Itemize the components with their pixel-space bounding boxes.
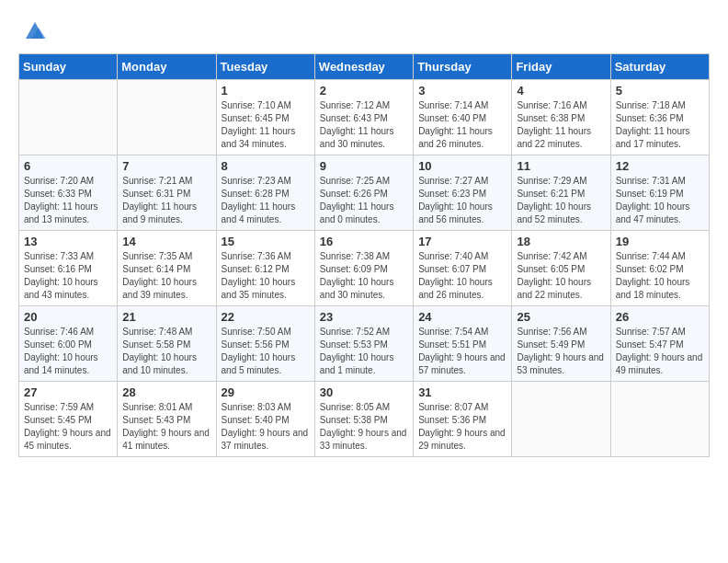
day-number: 31	[418, 385, 506, 399]
day-info: Sunrise: 7:10 AMSunset: 6:45 PMDaylight:…	[222, 99, 310, 151]
calendar-cell: 1Sunrise: 7:10 AMSunset: 6:45 PMDaylight…	[216, 80, 314, 155]
day-number: 5	[616, 84, 704, 98]
day-info: Sunrise: 8:07 AMSunset: 5:36 PMDaylight:…	[418, 401, 506, 453]
day-info: Sunrise: 7:50 AMSunset: 5:56 PMDaylight:…	[222, 326, 310, 377]
day-info: Sunrise: 7:35 AMSunset: 6:14 PMDaylight:…	[122, 250, 210, 302]
calendar-cell: 20Sunrise: 7:46 AMSunset: 6:00 PMDayligh…	[19, 306, 118, 382]
calendar-cell	[19, 80, 118, 155]
day-info: Sunrise: 7:20 AMSunset: 6:33 PMDaylight:…	[24, 175, 112, 226]
calendar-cell: 7Sunrise: 7:21 AMSunset: 6:31 PMDaylight…	[118, 155, 216, 231]
day-number: 18	[517, 235, 605, 248]
day-info: Sunrise: 7:27 AMSunset: 6:23 PMDaylight:…	[418, 175, 506, 226]
calendar-cell: 5Sunrise: 7:18 AMSunset: 6:36 PMDaylight…	[610, 80, 709, 155]
calendar-cell: 16Sunrise: 7:38 AMSunset: 6:09 PMDayligh…	[314, 231, 413, 306]
calendar-cell: 6Sunrise: 7:20 AMSunset: 6:33 PMDaylight…	[19, 155, 118, 231]
calendar-cell: 9Sunrise: 7:25 AMSunset: 6:26 PMDaylight…	[314, 155, 413, 231]
day-number: 28	[122, 385, 210, 399]
weekday-header: Saturday	[610, 54, 709, 80]
day-info: Sunrise: 7:36 AMSunset: 6:12 PMDaylight:…	[222, 250, 310, 302]
weekday-header: Sunday	[19, 54, 118, 80]
day-number: 8	[222, 159, 310, 173]
page-header	[18, 18, 710, 44]
day-info: Sunrise: 8:05 AMSunset: 5:38 PMDaylight:…	[320, 401, 408, 453]
calendar-week-row: 6Sunrise: 7:20 AMSunset: 6:33 PMDaylight…	[19, 155, 710, 231]
day-number: 2	[320, 84, 408, 98]
day-number: 7	[122, 159, 210, 173]
calendar-cell: 22Sunrise: 7:50 AMSunset: 5:56 PMDayligh…	[216, 306, 314, 382]
calendar-cell: 13Sunrise: 7:33 AMSunset: 6:16 PMDayligh…	[19, 231, 118, 306]
calendar-header-row: SundayMondayTuesdayWednesdayThursdayFrid…	[19, 54, 710, 80]
day-number: 19	[616, 235, 704, 248]
day-number: 23	[320, 310, 408, 324]
calendar-cell: 17Sunrise: 7:40 AMSunset: 6:07 PMDayligh…	[414, 231, 512, 306]
calendar-cell: 8Sunrise: 7:23 AMSunset: 6:28 PMDaylight…	[216, 155, 314, 231]
day-info: Sunrise: 7:18 AMSunset: 6:36 PMDaylight:…	[616, 99, 704, 151]
day-number: 12	[616, 159, 704, 173]
day-info: Sunrise: 7:12 AMSunset: 6:43 PMDaylight:…	[320, 99, 408, 151]
day-number: 24	[418, 310, 506, 324]
day-number: 25	[517, 310, 605, 324]
calendar-cell: 4Sunrise: 7:16 AMSunset: 6:38 PMDaylight…	[512, 80, 610, 155]
day-number: 11	[517, 159, 605, 173]
day-info: Sunrise: 7:48 AMSunset: 5:58 PMDaylight:…	[122, 326, 210, 377]
calendar-cell: 18Sunrise: 7:42 AMSunset: 6:05 PMDayligh…	[512, 231, 610, 306]
day-info: Sunrise: 7:52 AMSunset: 5:53 PMDaylight:…	[320, 326, 408, 377]
day-info: Sunrise: 8:03 AMSunset: 5:40 PMDaylight:…	[222, 401, 310, 453]
day-info: Sunrise: 7:21 AMSunset: 6:31 PMDaylight:…	[122, 175, 210, 226]
day-number: 21	[122, 310, 210, 324]
day-info: Sunrise: 7:14 AMSunset: 6:40 PMDaylight:…	[418, 99, 506, 151]
day-number: 15	[222, 235, 310, 248]
calendar-cell: 24Sunrise: 7:54 AMSunset: 5:51 PMDayligh…	[414, 306, 512, 382]
calendar-cell: 26Sunrise: 7:57 AMSunset: 5:47 PMDayligh…	[610, 306, 709, 382]
day-info: Sunrise: 8:01 AMSunset: 5:43 PMDaylight:…	[122, 401, 210, 453]
day-info: Sunrise: 7:23 AMSunset: 6:28 PMDaylight:…	[222, 175, 310, 226]
calendar-cell: 12Sunrise: 7:31 AMSunset: 6:19 PMDayligh…	[610, 155, 709, 231]
weekday-header: Tuesday	[216, 54, 314, 80]
logo-icon	[22, 18, 48, 44]
day-number: 30	[320, 385, 408, 399]
day-info: Sunrise: 7:38 AMSunset: 6:09 PMDaylight:…	[320, 250, 408, 302]
calendar-week-row: 13Sunrise: 7:33 AMSunset: 6:16 PMDayligh…	[19, 231, 710, 306]
day-number: 13	[24, 235, 112, 248]
calendar-cell: 31Sunrise: 8:07 AMSunset: 5:36 PMDayligh…	[414, 382, 512, 457]
calendar-week-row: 27Sunrise: 7:59 AMSunset: 5:45 PMDayligh…	[19, 382, 710, 457]
calendar-week-row: 1Sunrise: 7:10 AMSunset: 6:45 PMDaylight…	[19, 80, 710, 155]
calendar-cell	[512, 382, 610, 457]
day-number: 22	[222, 310, 310, 324]
calendar-cell: 25Sunrise: 7:56 AMSunset: 5:49 PMDayligh…	[512, 306, 610, 382]
calendar-cell: 3Sunrise: 7:14 AMSunset: 6:40 PMDaylight…	[414, 80, 512, 155]
day-number: 9	[320, 159, 408, 173]
day-info: Sunrise: 7:56 AMSunset: 5:49 PMDaylight:…	[517, 326, 605, 377]
day-number: 3	[418, 84, 506, 98]
weekday-header: Friday	[512, 54, 610, 80]
day-info: Sunrise: 7:31 AMSunset: 6:19 PMDaylight:…	[616, 175, 704, 226]
day-info: Sunrise: 7:40 AMSunset: 6:07 PMDaylight:…	[418, 250, 506, 302]
day-number: 27	[24, 385, 112, 399]
calendar-cell: 15Sunrise: 7:36 AMSunset: 6:12 PMDayligh…	[216, 231, 314, 306]
calendar-cell: 19Sunrise: 7:44 AMSunset: 6:02 PMDayligh…	[610, 231, 709, 306]
day-number: 14	[122, 235, 210, 248]
day-info: Sunrise: 7:46 AMSunset: 6:00 PMDaylight:…	[24, 326, 112, 377]
calendar-table: SundayMondayTuesdayWednesdayThursdayFrid…	[18, 53, 710, 457]
calendar-cell: 14Sunrise: 7:35 AMSunset: 6:14 PMDayligh…	[118, 231, 216, 306]
weekday-header: Wednesday	[314, 54, 413, 80]
day-info: Sunrise: 7:25 AMSunset: 6:26 PMDaylight:…	[320, 175, 408, 226]
day-number: 1	[222, 84, 310, 98]
day-info: Sunrise: 7:42 AMSunset: 6:05 PMDaylight:…	[517, 250, 605, 302]
day-info: Sunrise: 7:57 AMSunset: 5:47 PMDaylight:…	[616, 326, 704, 377]
calendar-cell: 2Sunrise: 7:12 AMSunset: 6:43 PMDaylight…	[314, 80, 413, 155]
calendar-cell	[118, 80, 216, 155]
calendar-cell: 21Sunrise: 7:48 AMSunset: 5:58 PMDayligh…	[118, 306, 216, 382]
day-number: 26	[616, 310, 704, 324]
calendar-cell: 28Sunrise: 8:01 AMSunset: 5:43 PMDayligh…	[118, 382, 216, 457]
calendar-cell: 29Sunrise: 8:03 AMSunset: 5:40 PMDayligh…	[216, 382, 314, 457]
calendar-cell: 30Sunrise: 8:05 AMSunset: 5:38 PMDayligh…	[314, 382, 413, 457]
logo	[18, 18, 48, 44]
day-number: 16	[320, 235, 408, 248]
calendar-cell: 10Sunrise: 7:27 AMSunset: 6:23 PMDayligh…	[414, 155, 512, 231]
day-number: 29	[222, 385, 310, 399]
day-number: 6	[24, 159, 112, 173]
day-number: 17	[418, 235, 506, 248]
calendar-week-row: 20Sunrise: 7:46 AMSunset: 6:00 PMDayligh…	[19, 306, 710, 382]
weekday-header: Thursday	[414, 54, 512, 80]
